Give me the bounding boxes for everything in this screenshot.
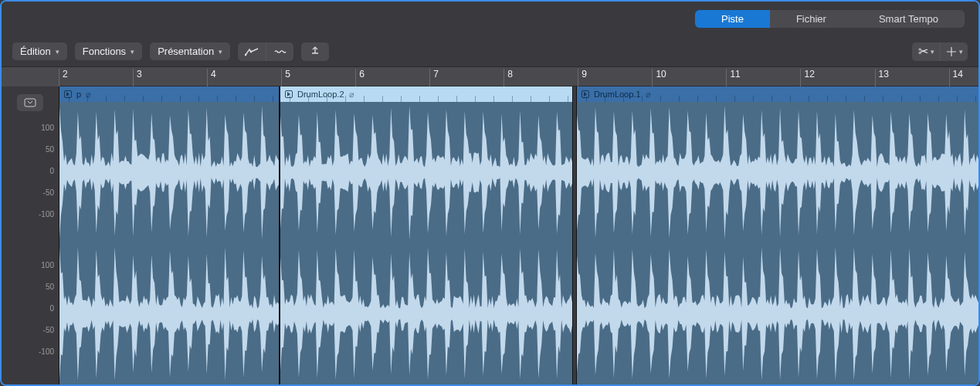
view-menu[interactable]: Présentation ▾ [150, 42, 230, 60]
stereo-icon: ⌀ [349, 90, 354, 100]
tab-file[interactable]: Fichier [770, 10, 853, 28]
chevron-down-icon: ▾ [131, 48, 134, 56]
ruler-mark: 5 [281, 69, 290, 86]
play-region-icon [285, 90, 293, 98]
edit-menu[interactable]: Édition ▾ [12, 42, 67, 60]
ruler-mark: 8 [504, 69, 513, 86]
audio-region[interactable]: p⌀ [59, 86, 280, 384]
view-tabs: Piste Fichier Smart Tempo [695, 10, 965, 28]
edit-menu-label: Édition [20, 46, 51, 57]
ruler-mark: 2 [59, 69, 68, 86]
tab-track[interactable]: Piste [695, 10, 770, 28]
region-name: p [76, 90, 81, 99]
secondary-tool-crosshair[interactable]: ▾ [940, 42, 968, 61]
primary-tool-scissors[interactable]: ✂ ▾ [912, 42, 940, 61]
automation-toggle-icon[interactable] [238, 42, 266, 61]
functions-menu[interactable]: Fonctions ▾ [75, 42, 142, 60]
ruler-mark: 9 [578, 69, 587, 86]
top-bar: Piste Fichier Smart Tempo [2, 2, 978, 36]
ruler-mark: 13 [875, 69, 889, 86]
flex-toggle-icon[interactable] [266, 42, 293, 61]
region-name: DrumLoop.1 [594, 90, 641, 99]
waveform [59, 102, 279, 243]
ruler-mark: 11 [726, 69, 740, 86]
ruler-mark: 6 [355, 69, 365, 86]
track-area: 100500-50-100 100500-50-100 ✂ p⌀DrumLoop… [2, 86, 978, 384]
crosshair-icon [946, 46, 957, 57]
play-region-icon [64, 90, 72, 98]
tab-smart-tempo[interactable]: Smart Tempo [853, 10, 965, 28]
region-header[interactable]: p⌀ [59, 86, 279, 102]
svg-rect-2 [25, 99, 36, 107]
waveform [577, 102, 978, 243]
ruler-mark: 3 [133, 69, 142, 86]
audio-region[interactable]: DrumLoop.2⌀ [280, 86, 573, 384]
waveform [280, 102, 572, 243]
toolbar: Édition ▾ Fonctions ▾ Présentation ▾ ✂ ▾… [2, 36, 978, 67]
ruler-mark: 4 [207, 69, 216, 86]
regions-lane[interactable]: ✂ p⌀DrumLoop.2⌀DrumLoop.1⌀ [59, 86, 978, 384]
ruler-row: 234567891011121314 [2, 67, 978, 86]
chevron-down-icon: ▾ [219, 48, 222, 56]
ruler-mark: 10 [652, 69, 666, 86]
waveform [59, 243, 279, 384]
ruler-mark: 12 [800, 69, 814, 86]
chevron-down-icon: ▾ [56, 48, 59, 56]
tool-selectors: ✂ ▾ ▾ [912, 42, 968, 61]
stereo-icon: ⌀ [86, 90, 91, 100]
audio-region[interactable]: DrumLoop.1⌀ [576, 86, 978, 384]
chevron-down-icon: ▾ [931, 48, 934, 56]
track-gutter: 100500-50-100 100500-50-100 [2, 86, 59, 384]
play-region-icon [582, 90, 589, 98]
catch-playhead-icon[interactable] [301, 42, 329, 61]
amplitude-scale-bottom: 100500-50-100 [39, 255, 54, 363]
scissors-icon: ✂ [918, 44, 928, 59]
region-name: DrumLoop.2 [297, 90, 344, 99]
automation-flex-group [238, 42, 293, 61]
functions-menu-label: Fonctions [83, 46, 126, 57]
svg-point-1 [250, 50, 253, 52]
region-header[interactable]: DrumLoop.2⌀ [280, 86, 572, 102]
bar-ruler[interactable]: 234567891011121314 [59, 67, 978, 86]
waveform [280, 243, 572, 384]
chevron-down-icon: ▾ [959, 48, 963, 56]
ruler-mark: 14 [949, 69, 963, 86]
amplitude-scale-top: 100500-50-100 [39, 117, 54, 225]
stereo-icon: ⌀ [646, 90, 651, 100]
ruler-mark: 7 [429, 69, 439, 86]
catch-button-icon[interactable] [17, 94, 43, 111]
region-header[interactable]: DrumLoop.1⌀ [577, 86, 978, 102]
view-menu-label: Présentation [158, 46, 214, 57]
waveform [577, 243, 978, 384]
